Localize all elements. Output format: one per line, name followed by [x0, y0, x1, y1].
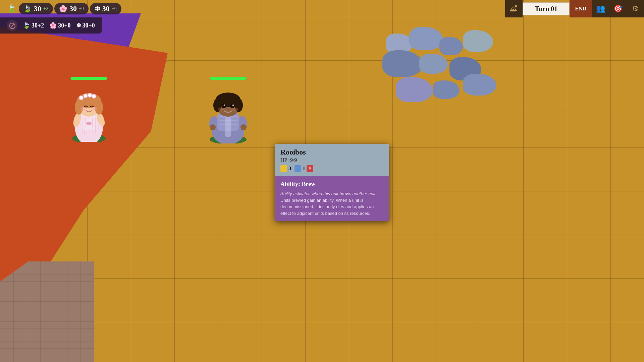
char2-sprite — [205, 83, 252, 143]
target-button[interactable]: 🎯 — [609, 0, 627, 17]
hp-bar-rooibos — [210, 77, 247, 80]
ability-main-desc: Units brewed gain an ability. When a uni… — [280, 198, 374, 216]
flower-delta: +0 — [79, 6, 84, 11]
nature-resource-badge: 🍃 30 +2 — [19, 3, 53, 14]
svg-point-15 — [80, 107, 86, 110]
info-panel: 🍃 30+2 🌸 30+0 ❄ 30+0 — [0, 17, 102, 34]
svg-point-31 — [210, 124, 216, 130]
frost-value: 30 — [102, 4, 110, 13]
info-nature-value: 30+2 — [32, 22, 44, 29]
svg-point-43 — [232, 108, 238, 111]
flower-resource-badge: 🌸 30 +0 — [54, 3, 89, 14]
info-frost: ❄ 30+0 — [76, 22, 95, 29]
ability-title: Ability: Brew — [280, 181, 384, 188]
unit-hp: HP: 9/9 — [280, 157, 384, 163]
terrain-rocks — [376, 27, 493, 111]
svg-point-16 — [92, 107, 97, 110]
svg-point-39 — [230, 104, 235, 108]
svg-point-12 — [84, 94, 88, 98]
settings-button[interactable]: ⚙ — [627, 0, 644, 17]
frost-resource-badge: ❄ 30 +0 — [90, 3, 121, 14]
svg-point-14 — [92, 94, 96, 98]
end-turn-button[interactable]: END — [570, 0, 592, 17]
unit-stats: 3 1 — [280, 165, 384, 172]
svg-point-41 — [232, 105, 234, 106]
stat-blue: 1 — [294, 165, 313, 172]
svg-point-11 — [79, 96, 83, 100]
svg-point-13 — [88, 93, 92, 97]
frost-icon: ❄ — [95, 5, 100, 13]
nature-delta: +2 — [43, 6, 48, 11]
svg-point-38 — [221, 104, 226, 108]
red-x-icon — [307, 165, 313, 172]
unit-name: Rooibos — [280, 148, 384, 157]
stat-blue-value: 1 — [303, 166, 305, 172]
flower-value: 30 — [69, 4, 77, 13]
unit-card: Rooibos HP: 9/9 3 1 Ability: Brew Abilit… — [275, 144, 389, 221]
unit-card-ability: Ability: Brew Ability activates when thi… — [275, 176, 389, 221]
info-nature: 🍃 30+2 — [23, 22, 44, 29]
info-flower: 🌸 30+0 — [49, 22, 70, 29]
svg-point-32 — [240, 124, 247, 130]
character-flower-girl[interactable] — [67, 77, 111, 142]
nature-value: 30 — [34, 4, 41, 13]
hud-resources: 🍃 🍃 30 +2 🌸 30 +0 ❄ 30 +0 — [0, 3, 127, 15]
info-frost-icon: ❄ — [76, 22, 81, 29]
stat-gold: 3 — [280, 165, 291, 172]
svg-point-42 — [218, 108, 224, 111]
info-nature-icon: 🍃 — [23, 22, 30, 29]
flower-icon: 🌸 — [59, 5, 67, 13]
gold-icon — [280, 165, 287, 172]
blue-icon — [294, 165, 301, 172]
info-flower-icon: 🌸 — [49, 22, 57, 29]
svg-point-10 — [95, 100, 103, 115]
nature-icon: 🍃 — [23, 5, 32, 13]
svg-point-4 — [86, 122, 92, 125]
top-hud: 🍃 🍃 30 +2 🌸 30 +0 ❄ 30 +0 🏕 Turn 01 END … — [0, 0, 644, 17]
leaf-standalone-icon: 🍃 — [5, 3, 17, 15]
player-icon-button[interactable]: 👥 — [592, 0, 609, 17]
svg-point-40 — [224, 105, 225, 106]
ability-flavor: Ability activates when this unit brews a… — [280, 191, 377, 196]
stat-gold-value: 3 — [288, 166, 291, 172]
character-rooibos[interactable] — [205, 77, 252, 143]
terrain-brick — [0, 261, 94, 362]
ability-description: Ability activates when this unit brews a… — [280, 190, 384, 217]
hud-controls: 🏕 Turn 01 END 👥 🎯 ⚙ — [505, 0, 644, 17]
char1-sprite — [67, 83, 111, 142]
no-action-icon — [7, 20, 17, 31]
camp-button[interactable]: 🏕 — [505, 0, 523, 17]
svg-point-9 — [75, 100, 83, 115]
frost-delta: +0 — [112, 6, 117, 11]
info-frost-value: 30+0 — [83, 22, 95, 29]
hp-bar-flower-girl — [70, 77, 107, 80]
info-flower-value: 30+0 — [58, 22, 70, 29]
turn-display: Turn 01 — [523, 2, 570, 15]
unit-card-header: Rooibos HP: 9/9 3 1 — [275, 144, 389, 176]
